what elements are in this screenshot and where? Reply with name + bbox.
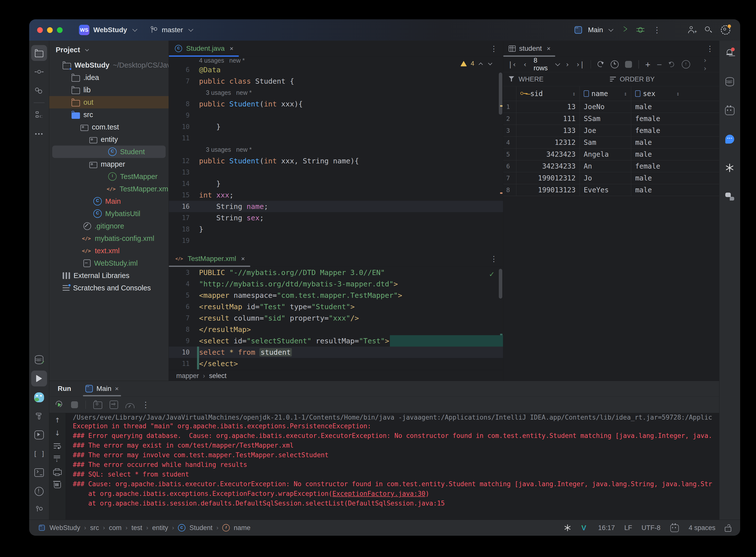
tree-item[interactable]: .gitignore (49, 220, 169, 232)
table-row[interactable]: 6 34234233 An female (503, 160, 719, 172)
tree-item[interactable]: TestMapper (49, 170, 169, 183)
tree-item[interactable]: Student (52, 146, 166, 158)
cell-sid[interactable]: 133 (516, 125, 580, 137)
line-number[interactable]: 15 (169, 192, 197, 199)
debug-button[interactable] (636, 26, 645, 34)
line-number[interactable]: 12 (169, 157, 197, 165)
cell-name[interactable]: Joe (580, 125, 631, 137)
search-everywhere-button[interactable] (704, 26, 713, 34)
line-number[interactable]: 7 (169, 314, 197, 322)
tree-item[interactable]: out (49, 96, 169, 109)
clear-console-button[interactable] (54, 482, 61, 488)
breadcrumb-item[interactable]: WebStudy (50, 524, 80, 532)
line-number[interactable]: 11 (169, 360, 197, 368)
sort-icon[interactable]: ↕ (572, 91, 576, 97)
stop-icon[interactable] (71, 401, 78, 408)
xml-editor[interactable]: 3 PUBLIC "-//mybatis.org//DTD Mapper 3.0… (169, 267, 503, 370)
chat-plugin-button[interactable]: ··· (722, 131, 738, 147)
up-stack-trace-button[interactable]: ↑ (54, 417, 61, 424)
table-row[interactable]: 4 12312 Sam male (503, 137, 719, 149)
tree-expander[interactable] (86, 210, 93, 217)
close-window-button[interactable] (37, 27, 43, 33)
tree-item[interactable]: entity (49, 133, 169, 146)
line-number[interactable]: 11 (169, 135, 197, 142)
build-tool-button[interactable] (31, 408, 47, 424)
tree-item[interactable]: WebStudy.iml (49, 257, 169, 269)
tree-item[interactable]: WebStudy ~/Desktop/CS/Jav (49, 59, 169, 71)
notifications-button[interactable] (722, 45, 738, 61)
history-icon[interactable] (611, 60, 619, 68)
tree-item[interactable]: lib (49, 84, 169, 96)
next-page-button[interactable]: › (565, 60, 569, 68)
project-panel-header[interactable]: Project (49, 40, 169, 59)
close-tab-icon[interactable]: × (547, 45, 551, 53)
submit-icon[interactable] (682, 60, 690, 68)
tree-item[interactable]: MybatisUtil (49, 207, 169, 220)
tree-expander[interactable] (76, 259, 83, 267)
cell-sex[interactable]: female (631, 113, 684, 124)
tree-expander[interactable] (82, 136, 89, 143)
cell-sex[interactable]: male (631, 149, 684, 160)
bookmarks-tool-button[interactable]: [ ] (31, 446, 47, 462)
ai-status-icon[interactable] (670, 525, 679, 532)
inspection-widget[interactable]: 4 (460, 60, 493, 67)
line-number[interactable]: 8 (169, 100, 197, 108)
page-size-selector[interactable]: 8 rows (534, 57, 559, 72)
openai-plugin-button[interactable] (722, 160, 738, 176)
indent-setting[interactable]: 4 spaces (689, 524, 716, 532)
tree-expander[interactable] (55, 61, 63, 69)
line-separator[interactable]: LF (624, 524, 632, 532)
tree-expander[interactable] (82, 160, 89, 168)
add-row-button[interactable]: + (645, 59, 650, 69)
table-row[interactable]: 5 3423423 Angela male (503, 149, 719, 160)
tree-expander[interactable] (101, 148, 108, 155)
tree-expander[interactable] (86, 198, 93, 205)
structure-tool-button[interactable] (31, 107, 47, 123)
sort-icon[interactable]: ↕ (676, 91, 679, 97)
cell-name[interactable]: SSam (580, 113, 631, 124)
more-tools-button[interactable] (31, 126, 47, 142)
unlock-icon[interactable] (725, 527, 731, 532)
run-configuration-selector[interactable]: Main (575, 26, 612, 34)
table-row[interactable]: 8 199013123 EveYes male (503, 184, 719, 196)
tree-expander[interactable] (55, 284, 63, 292)
cell-sex[interactable]: male (631, 184, 684, 196)
prev-warning-button[interactable] (478, 61, 484, 66)
table-row[interactable]: 3 133 Joe female (503, 125, 719, 137)
cell-sex[interactable]: female (631, 125, 684, 137)
tree-expander[interactable] (64, 111, 71, 118)
git-tool-button[interactable] (31, 502, 47, 518)
tab-run-main[interactable]: Main × (83, 381, 121, 396)
console-output[interactable]: /Users/eve/Library/Java/JavaVirtualMachi… (66, 413, 719, 520)
cell-sid[interactable]: 3423423 (516, 149, 580, 160)
pull-requests-tool-button[interactable] (31, 83, 47, 98)
column-header-name[interactable]: name ↕ (580, 86, 631, 101)
tree-item[interactable]: TestMapper.xml (49, 183, 169, 195)
tree-expander[interactable] (64, 98, 71, 106)
scroll-to-end-button[interactable] (54, 455, 61, 463)
breadcrumb-item[interactable]: Student (190, 524, 212, 532)
table-row[interactable]: 2 111 SSam female (503, 113, 719, 125)
tree-item[interactable]: Scratches and Consoles (49, 282, 169, 294)
column-header-sid[interactable]: sid ↕ (516, 86, 580, 101)
prev-page-button[interactable]: ‹ (523, 60, 527, 68)
import-thread-dump-icon[interactable] (110, 401, 118, 409)
run-tool-button[interactable] (31, 371, 47, 386)
coverage-tool-button[interactable] (31, 427, 47, 443)
editor-scrollbar[interactable] (499, 269, 502, 298)
cell-sid[interactable]: 13 (516, 101, 580, 113)
table-row[interactable]: 1 13 JoeNo male (503, 101, 719, 113)
cell-sid[interactable]: 12312 (516, 137, 580, 148)
tree-expander[interactable] (64, 74, 71, 81)
breadcrumb-item[interactable]: src (90, 524, 99, 532)
project-tool-button[interactable] (31, 45, 47, 61)
warning-stripe-mark[interactable] (500, 192, 502, 194)
tree-item[interactable]: src (49, 109, 169, 121)
expand-button[interactable]: › › (703, 56, 714, 72)
close-tab-icon[interactable]: × (230, 45, 233, 53)
line-number[interactable]: 16 (169, 203, 197, 210)
down-stack-trace-button[interactable]: ↓ (54, 430, 61, 437)
file-encoding[interactable]: UTF-8 (641, 524, 661, 532)
injection-stripe-mark[interactable] (500, 334, 502, 335)
collaboration-button[interactable] (722, 188, 738, 204)
